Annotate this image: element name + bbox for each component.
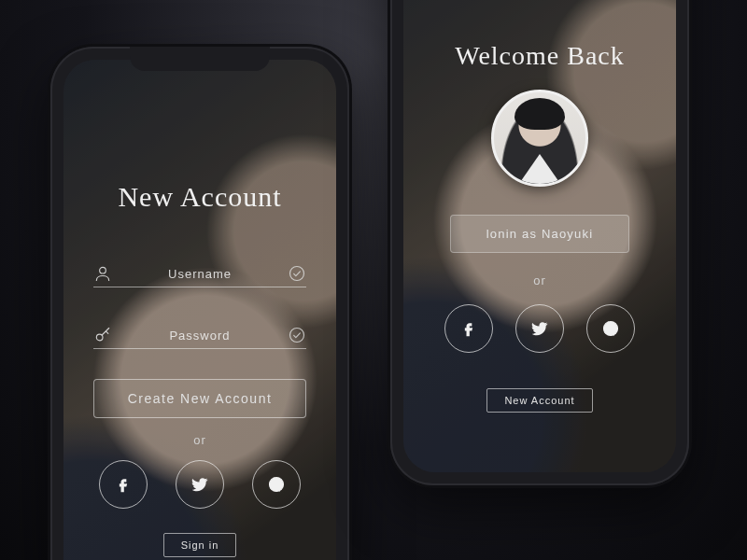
dribbble-icon [601,319,620,338]
phone-mockup-new-account: New Account Username Password C [50,47,349,560]
new-account-title: New Account [93,181,306,213]
new-account-button[interactable]: New Account [486,388,592,413]
dribbble-icon [267,475,286,494]
screen-welcome-back: Welcome Back lonin as Naoyuki or New Acc… [403,0,676,472]
svg-point-3 [290,329,304,343]
facebook-button[interactable] [444,304,493,353]
dribbble-button[interactable] [252,460,301,509]
twitter-button[interactable] [515,304,564,353]
login-as-button[interactable]: lonin as Naoyuki [450,215,629,253]
dribbble-button[interactable] [586,304,635,353]
phone-mockup-welcome-back: Welcome Back lonin as Naoyuki or New Acc… [390,0,689,485]
twitter-icon [530,319,549,338]
twitter-icon [190,475,209,494]
username-placeholder: Username [112,267,288,287]
svg-point-0 [100,267,106,273]
username-field[interactable]: Username [93,256,306,287]
key-icon [93,326,112,348]
password-field[interactable]: Password [93,317,306,349]
signin-button[interactable]: Sign in [163,533,237,557]
screen-new-account: New Account Username Password C [63,60,336,560]
facebook-button[interactable] [99,460,148,509]
create-account-button[interactable]: Create New Account [93,379,306,418]
user-icon [93,264,112,287]
check-circle-icon [288,264,306,287]
or-divider: or [93,433,306,447]
facebook-icon [459,319,478,338]
new-account-form: New Account Username Password C [63,181,336,557]
facebook-icon [114,475,133,494]
user-avatar [491,90,588,187]
or-divider: or [433,273,646,287]
welcome-back-title: Welcome Back [433,41,646,71]
check-circle-icon [288,326,306,348]
welcome-back-panel: Welcome Back lonin as Naoyuki or New Acc… [403,41,676,413]
twitter-button[interactable] [176,460,224,509]
social-login-row [433,304,646,353]
svg-point-1 [290,267,304,281]
password-placeholder: Password [112,329,288,348]
social-login-row [93,460,306,509]
device-notch [130,47,270,71]
